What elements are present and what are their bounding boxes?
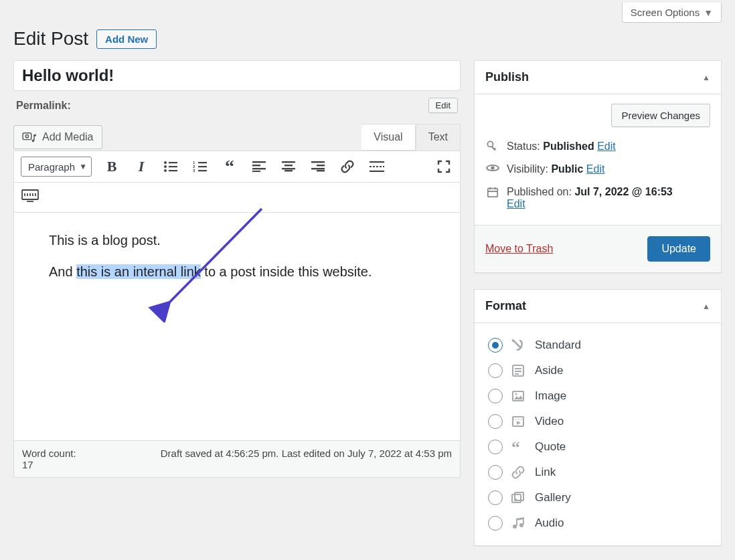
calendar-icon bbox=[485, 186, 500, 198]
svg-rect-25 bbox=[317, 165, 325, 166]
svg-rect-15 bbox=[198, 170, 207, 171]
annotation-arrow bbox=[148, 202, 282, 322]
toolbar-toggle-button[interactable] bbox=[21, 187, 39, 205]
page-title: Edit Post bbox=[13, 28, 88, 50]
add-media-label: Add Media bbox=[42, 131, 94, 143]
chevron-down-icon: ▼ bbox=[79, 162, 87, 171]
permalink-edit-button[interactable]: Edit bbox=[428, 98, 458, 113]
svg-rect-56 bbox=[512, 494, 521, 502]
screen-options-label: Screen Options bbox=[631, 7, 700, 18]
word-count-value: 17 bbox=[22, 459, 33, 470]
svg-rect-0 bbox=[23, 133, 31, 140]
svg-rect-43 bbox=[488, 189, 497, 197]
format-option-video[interactable]: Video bbox=[485, 409, 710, 434]
svg-point-5 bbox=[164, 165, 167, 168]
svg-point-4 bbox=[164, 161, 167, 164]
format-option-quote[interactable]: “Quote bbox=[485, 434, 710, 460]
draft-saved-message: Draft saved at 4:56:25 pm. Last edited o… bbox=[109, 448, 452, 470]
svg-rect-28 bbox=[370, 161, 384, 163]
format-box: Format ▲ StandardAsideImageVideo“QuoteLi… bbox=[474, 289, 722, 546]
svg-rect-18 bbox=[252, 168, 266, 169]
radio-audio[interactable] bbox=[488, 516, 503, 531]
radio-standard[interactable] bbox=[488, 338, 503, 353]
block-format-select[interactable]: Paragraph ▼ bbox=[21, 157, 92, 177]
align-right-button[interactable] bbox=[309, 157, 327, 176]
svg-rect-26 bbox=[311, 168, 325, 169]
format-option-image[interactable]: Image bbox=[485, 383, 710, 409]
radio-quote[interactable] bbox=[488, 440, 503, 454]
image-icon bbox=[511, 389, 527, 403]
svg-point-6 bbox=[164, 169, 167, 172]
format-label-video: Video bbox=[535, 415, 564, 428]
edit-date-link[interactable]: Edit bbox=[507, 198, 525, 209]
add-media-button[interactable]: Add Media bbox=[13, 125, 102, 149]
edit-status-link[interactable]: Edit bbox=[597, 141, 616, 152]
tab-text[interactable]: Text bbox=[416, 124, 461, 151]
published-label: Published on: bbox=[507, 186, 574, 197]
collapse-publish-button[interactable]: ▲ bbox=[702, 73, 710, 82]
gallery-icon bbox=[511, 490, 527, 505]
aside-icon bbox=[511, 363, 527, 378]
format-option-gallery[interactable]: Gallery bbox=[485, 485, 710, 510]
format-option-audio[interactable]: Audio bbox=[485, 510, 710, 536]
svg-rect-7 bbox=[169, 162, 177, 163]
radio-video[interactable] bbox=[488, 414, 503, 429]
move-to-trash-link[interactable]: Move to Trash bbox=[485, 243, 553, 255]
radio-image[interactable] bbox=[488, 389, 503, 403]
align-center-button[interactable] bbox=[279, 157, 298, 176]
link-button[interactable] bbox=[338, 157, 357, 176]
editor-content[interactable]: This is a blog post. And this is an inte… bbox=[14, 213, 460, 440]
preview-changes-button[interactable]: Preview Changes bbox=[611, 104, 710, 127]
collapse-format-button[interactable]: ▲ bbox=[702, 302, 710, 311]
status-label: Status: bbox=[507, 141, 543, 152]
edit-visibility-link[interactable]: Edit bbox=[586, 163, 605, 175]
svg-rect-29 bbox=[370, 171, 384, 172]
screen-options-button[interactable]: Screen Options ▼ bbox=[622, 3, 722, 23]
svg-point-42 bbox=[491, 166, 494, 169]
blockquote-button[interactable]: “ bbox=[220, 157, 239, 176]
fullscreen-button[interactable] bbox=[434, 157, 453, 176]
svg-rect-14 bbox=[198, 166, 207, 167]
svg-rect-9 bbox=[169, 170, 177, 171]
standard-icon bbox=[511, 338, 527, 353]
tab-visual[interactable]: Visual bbox=[361, 124, 415, 151]
svg-rect-23 bbox=[284, 170, 293, 171]
numbered-list-button[interactable]: 123 bbox=[191, 157, 210, 176]
chevron-down-icon: ▼ bbox=[704, 7, 713, 18]
format-label-quote: Quote bbox=[535, 440, 566, 454]
word-count-label: Word count: bbox=[22, 448, 76, 459]
format-label-link: Link bbox=[535, 466, 556, 479]
svg-text:“: “ bbox=[511, 440, 520, 454]
radio-gallery[interactable] bbox=[488, 490, 503, 505]
link-icon bbox=[511, 465, 527, 480]
bold-button[interactable]: B bbox=[102, 157, 121, 176]
visibility-value: Public bbox=[551, 163, 583, 175]
format-option-standard[interactable]: Standard bbox=[485, 333, 710, 358]
published-value: Jul 7, 2022 @ 16:53 bbox=[574, 186, 672, 197]
camera-music-icon bbox=[22, 131, 37, 143]
italic-button[interactable]: I bbox=[132, 157, 151, 176]
format-option-aside[interactable]: Aside bbox=[485, 358, 710, 383]
bullet-list-button[interactable] bbox=[161, 157, 180, 176]
radio-aside[interactable] bbox=[488, 363, 503, 378]
audio-icon bbox=[511, 516, 527, 531]
publish-heading: Publish bbox=[485, 70, 529, 84]
svg-rect-22 bbox=[282, 168, 295, 169]
key-icon bbox=[485, 141, 500, 153]
video-icon bbox=[511, 414, 527, 429]
svg-rect-16 bbox=[252, 161, 266, 163]
update-button[interactable]: Update bbox=[647, 236, 710, 262]
editor-toolbar: Paragraph ▼ B I 123 “ bbox=[14, 151, 460, 183]
read-more-button[interactable] bbox=[368, 157, 386, 176]
align-left-button[interactable] bbox=[250, 157, 268, 176]
format-label-aside: Aside bbox=[535, 364, 564, 377]
svg-text:3: 3 bbox=[193, 169, 195, 173]
add-new-button[interactable]: Add New bbox=[96, 29, 157, 49]
visibility-label: Visibility: bbox=[507, 163, 551, 175]
format-option-link[interactable]: Link bbox=[485, 460, 710, 485]
block-format-value: Paragraph bbox=[28, 161, 75, 173]
post-title-input[interactable] bbox=[13, 60, 461, 91]
svg-rect-20 bbox=[282, 161, 295, 163]
radio-link[interactable] bbox=[488, 465, 503, 480]
editor-statusbar: Word count: 17 Draft saved at 4:56:25 pm… bbox=[13, 441, 461, 478]
